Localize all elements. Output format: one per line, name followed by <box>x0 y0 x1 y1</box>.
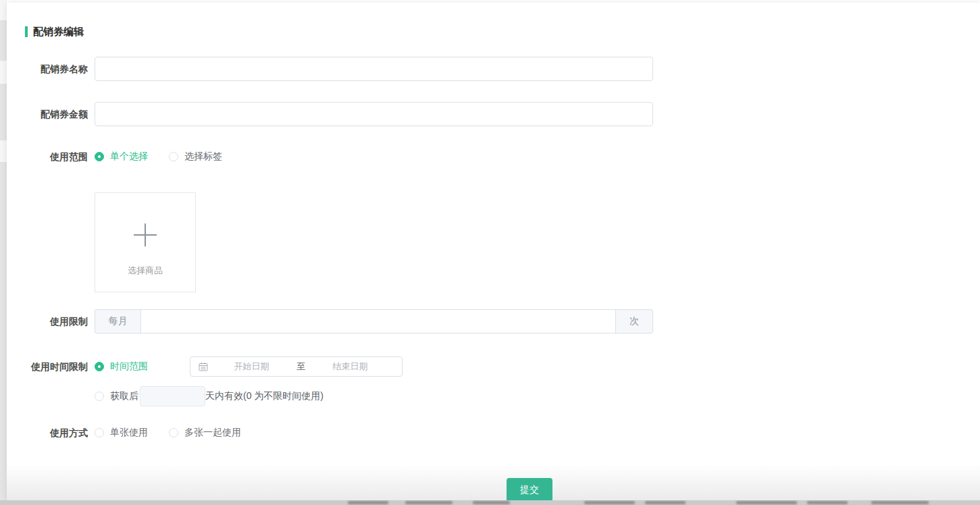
limit-prepend: 每月 <box>95 309 140 334</box>
single-use-radio[interactable]: 单张使用 <box>95 427 148 439</box>
coupon-name-input[interactable] <box>95 57 653 81</box>
page-title: 配销券编辑 <box>33 26 84 38</box>
background-page-bottom-edge <box>0 500 980 505</box>
time-limit-row: 使用时间限制 时间范围 <box>7 356 980 406</box>
coupon-name-row: 配销券名称 <box>7 57 980 81</box>
footer-fade <box>7 464 980 500</box>
limit-append: 次 <box>616 309 653 334</box>
radio-icon <box>95 362 104 371</box>
usage-mode-options: 单张使用 多张一起使用 <box>95 427 241 439</box>
coupon-amount-row: 配销券金额 <box>7 102 980 126</box>
background-page-strip <box>0 0 7 505</box>
scope-radio-single[interactable]: 单个选择 <box>95 151 148 163</box>
usage-limit-input[interactable] <box>140 309 616 334</box>
valid-days-radio[interactable]: 获取后 <box>95 390 138 402</box>
date-separator: 至 <box>295 361 307 373</box>
time-limit-content: 时间范围 开始日期 至 结束 <box>95 356 403 406</box>
radio-icon <box>95 392 104 401</box>
valid-days-input[interactable] <box>140 386 205 406</box>
coupon-amount-label: 配销券金额 <box>7 102 88 126</box>
page-title-row: 配销券编辑 <box>25 26 980 38</box>
radio-icon <box>169 428 178 437</box>
select-product-button[interactable]: 选择商品 <box>95 192 196 292</box>
plus-icon <box>133 223 157 250</box>
end-date-placeholder: 结束日期 <box>307 361 394 373</box>
calendar-icon <box>199 362 208 371</box>
coupon-edit-panel: 配销券编辑 配销券名称 配销券金额 使用范围 单个选择 选择标签 <box>7 3 980 500</box>
scope-radio-tags[interactable]: 选择标签 <box>169 151 222 163</box>
usage-limit-label: 使用限制 <box>7 309 88 334</box>
usage-limit-group: 每月 次 <box>95 309 653 334</box>
coupon-amount-input[interactable] <box>95 102 653 126</box>
radio-icon <box>169 152 178 161</box>
scope-label: 使用范围 <box>7 151 88 163</box>
time-range-radio[interactable]: 时间范围 <box>95 361 148 373</box>
select-product-label: 选择商品 <box>128 265 163 277</box>
coupon-name-label: 配销券名称 <box>7 57 88 81</box>
usage-mode-row: 使用方式 单张使用 多张一起使用 <box>7 427 980 439</box>
radio-icon <box>95 428 104 437</box>
date-range-picker[interactable]: 开始日期 至 结束日期 <box>190 356 403 377</box>
multi-use-radio[interactable]: 多张一起使用 <box>169 427 241 439</box>
usage-mode-label: 使用方式 <box>7 427 88 439</box>
submit-button[interactable]: 提交 <box>507 478 552 502</box>
valid-days-suffix: 天内有效(0 为不限时间使用) <box>205 390 324 402</box>
radio-icon <box>95 152 104 161</box>
start-date-placeholder: 开始日期 <box>208 361 295 373</box>
time-limit-label: 使用时间限制 <box>7 356 88 377</box>
scope-content: 单个选择 选择标签 选择商品 <box>95 151 222 292</box>
title-accent-bar <box>25 26 28 37</box>
scope-row: 使用范围 单个选择 选择标签 选择商品 <box>7 151 980 292</box>
usage-limit-row: 使用限制 每月 次 <box>7 309 980 334</box>
